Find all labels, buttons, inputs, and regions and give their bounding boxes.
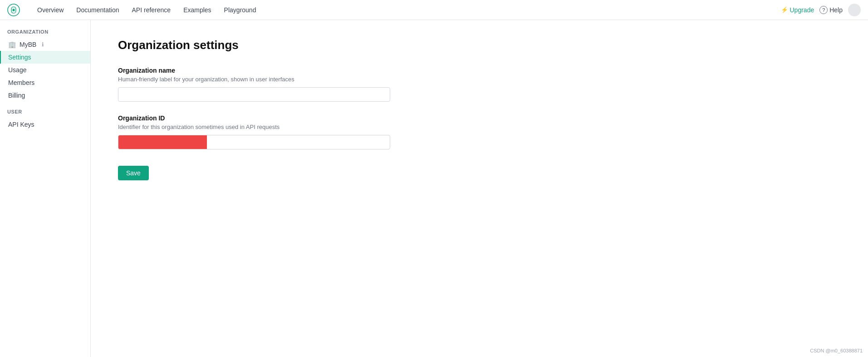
- billing-label: Billing: [8, 92, 25, 99]
- org-name-label: Organization name: [118, 67, 390, 74]
- usage-label: Usage: [8, 66, 26, 74]
- svg-point-1: [13, 9, 15, 11]
- page-title: Organization settings: [118, 38, 841, 52]
- help-button[interactable]: Help: [819, 6, 843, 14]
- sidebar-item-billing[interactable]: Billing: [0, 89, 90, 102]
- org-name-input[interactable]: [118, 87, 390, 102]
- org-id-field-wrapper: [118, 135, 390, 149]
- nav-documentation[interactable]: Documentation: [70, 0, 125, 20]
- sidebar-item-mybb[interactable]: 🏢 MyBB ℹ: [0, 38, 90, 51]
- nav-playground[interactable]: Playground: [218, 0, 263, 20]
- nav-api-reference[interactable]: API reference: [126, 0, 177, 20]
- top-navigation: Overview Documentation API reference Exa…: [0, 0, 868, 20]
- org-id-description: Identifier for this organization sometim…: [118, 124, 390, 130]
- org-id-input[interactable]: [118, 135, 390, 149]
- info-icon: ℹ: [42, 41, 44, 48]
- user-section-label: USER: [0, 109, 90, 118]
- nav-links: Overview Documentation API reference Exa…: [31, 0, 781, 20]
- openai-logo[interactable]: [7, 4, 20, 16]
- upgrade-button[interactable]: Upgrade: [781, 6, 814, 14]
- sidebar-item-settings[interactable]: Settings: [0, 51, 90, 64]
- api-keys-label: API Keys: [8, 121, 34, 128]
- sidebar-mybb-label: MyBB: [20, 41, 36, 48]
- avatar[interactable]: [848, 4, 861, 16]
- members-label: Members: [8, 79, 34, 86]
- sidebar: ORGANIZATION 🏢 MyBB ℹ Settings Usage Mem…: [0, 20, 91, 357]
- topnav-right: Upgrade Help: [781, 4, 861, 16]
- org-section-label: ORGANIZATION: [0, 29, 90, 38]
- sidebar-item-members[interactable]: Members: [0, 76, 90, 89]
- main-content: Organization settings Organization name …: [91, 20, 868, 357]
- org-id-label: Organization ID: [118, 114, 390, 122]
- watermark: CSDN @m0_60388871: [810, 348, 863, 353]
- org-name-section: Organization name Human-friendly label f…: [118, 67, 390, 102]
- sidebar-item-usage[interactable]: Usage: [0, 64, 90, 76]
- org-id-section: Organization ID Identifier for this orga…: [118, 114, 390, 149]
- settings-label: Settings: [8, 54, 31, 61]
- org-name-description: Human-friendly label for your organizati…: [118, 76, 390, 83]
- nav-examples[interactable]: Examples: [177, 0, 217, 20]
- save-button[interactable]: Save: [118, 166, 149, 180]
- org-icon: 🏢: [8, 41, 16, 48]
- sidebar-item-api-keys[interactable]: API Keys: [0, 118, 90, 131]
- nav-overview[interactable]: Overview: [31, 0, 70, 20]
- layout: ORGANIZATION 🏢 MyBB ℹ Settings Usage Mem…: [0, 20, 868, 357]
